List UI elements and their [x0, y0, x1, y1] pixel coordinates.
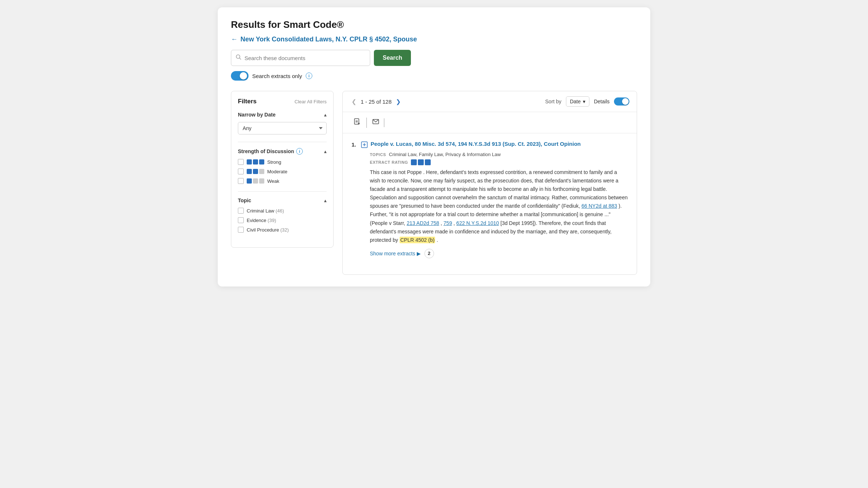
topic-criminal-law: Criminal Law (46) — [238, 208, 327, 214]
show-more-extracts-button[interactable]: Show more extracts ▶ — [370, 251, 421, 256]
strength-chevron-icon: ▴ — [324, 148, 327, 154]
result-link-1[interactable]: 66 NY2d at 883 — [581, 203, 617, 209]
filters-header: Filters Clear All Filters — [238, 98, 327, 105]
result-body-text: This case is not Poppe . Here, defendant… — [361, 168, 628, 244]
filter-divider-2 — [238, 191, 327, 192]
filters-title: Filters — [238, 98, 257, 105]
date-filter-header[interactable]: Narrow by Date ▴ — [238, 112, 327, 118]
topic-evidence: Evidence (39) — [238, 217, 327, 223]
rating-bars — [411, 159, 431, 165]
main-layout: Filters Clear All Filters Narrow by Date… — [231, 91, 637, 275]
strength-info-icon[interactable]: i — [296, 148, 303, 155]
email-button[interactable] — [368, 116, 383, 129]
search-extracts-toggle[interactable] — [231, 71, 249, 81]
back-arrow-icon[interactable]: ← — [231, 36, 238, 43]
extract-rating-label: EXTRACT RATING — [370, 160, 408, 164]
date-select[interactable]: Any Last year Last 5 years Last 10 years — [238, 122, 327, 134]
rating-bar-2 — [418, 159, 424, 165]
filter-section-date: Narrow by Date ▴ Any Last year Last 5 ye… — [238, 112, 327, 134]
bar-1 — [247, 178, 252, 184]
topic-criminal-label: Criminal Law (46) — [247, 208, 284, 214]
action-divider — [366, 118, 367, 128]
bar-1 — [247, 159, 252, 164]
breadcrumb: ← New York Consolidated Laws, N.Y. CPLR … — [231, 36, 637, 43]
filters-panel: Filters Clear All Filters Narrow by Date… — [231, 91, 334, 248]
search-row: Search — [231, 50, 637, 66]
date-chevron-icon: ▴ — [324, 112, 327, 118]
strength-strong-checkbox[interactable] — [238, 159, 244, 165]
strength-strong-item: Strong — [238, 159, 327, 165]
filter-section-topic: Topic ▴ Criminal Law (46) Evidence (39) … — [238, 197, 327, 233]
result-link-3[interactable]: 759 — [444, 220, 452, 226]
bar-3 — [259, 178, 264, 184]
pagination-range: 1 - 25 of 128 — [361, 99, 391, 105]
search-input-wrapper — [231, 50, 370, 66]
result-link-4[interactable]: 622 N.Y.S.2d 1010 — [456, 220, 499, 226]
strength-weak-label: Weak — [267, 178, 279, 184]
cursor-line — [384, 118, 385, 127]
breadcrumb-link[interactable]: New York Consolidated Laws, N.Y. CPLR § … — [240, 36, 417, 43]
strength-moderate-label: Moderate — [267, 169, 287, 174]
filter-divider-1 — [238, 142, 327, 142]
search-icon — [236, 54, 242, 62]
result-row: 1. People v. Lucas, 8 — [352, 141, 628, 258]
topics-label: TOPICS — [370, 152, 386, 157]
result-title-link[interactable]: People v. Lucas, 80 Misc. 3d 574, 194 N.… — [371, 141, 581, 147]
bar-1 — [247, 169, 252, 174]
strength-weak-checkbox[interactable] — [238, 178, 244, 184]
sort-chevron-icon: ▾ — [583, 99, 585, 104]
topic-civil-label: Civil Procedure (32) — [247, 227, 289, 233]
topic-civil-checkbox[interactable] — [238, 227, 244, 233]
topic-criminal-checkbox[interactable] — [238, 208, 244, 214]
next-page-button[interactable]: ❯ — [394, 97, 402, 106]
prev-page-button[interactable]: ❮ — [350, 97, 358, 106]
pagination-info: ❮ 1 - 25 of 128 ❯ — [350, 97, 402, 106]
page-title: Results for Smart Code® — [231, 19, 637, 30]
topic-filter-header[interactable]: Topic ▴ — [238, 197, 327, 203]
result-content: People v. Lucas, 80 Misc. 3d 574, 194 N.… — [361, 141, 628, 258]
bar-2 — [253, 178, 258, 184]
extract-rating-row: EXTRACT RATING — [361, 159, 628, 165]
date-filter-title: Narrow by Date — [238, 112, 276, 118]
topic-filter-title: Topic — [238, 197, 251, 203]
toggle-row: Search extracts only i — [231, 71, 637, 81]
strength-moderate-item: Moderate — [238, 169, 327, 174]
details-toggle-thumb — [622, 98, 629, 105]
show-more-count: 2 — [424, 249, 434, 258]
search-button[interactable]: Search — [374, 50, 411, 66]
bar-3 — [259, 159, 264, 164]
toggle-info-icon[interactable]: i — [306, 73, 312, 79]
strength-moderate-checkbox[interactable] — [238, 169, 244, 174]
details-toggle[interactable] — [614, 97, 629, 106]
strength-moderate-bars — [247, 169, 264, 174]
strength-weak-item: Weak — [238, 178, 327, 184]
result-topics-row: TOPICS Criminal Law, Family Law, Privacy… — [361, 152, 628, 157]
show-more-arrow-icon: ▶ — [417, 251, 421, 256]
show-more-label: Show more extracts — [370, 251, 415, 256]
filter-section-strength: Strength of Discussion i ▴ Stro — [238, 148, 327, 184]
strength-filter-title: Strength of Discussion i — [238, 148, 303, 155]
toggle-label: Search extracts only — [252, 73, 302, 79]
topic-evidence-checkbox[interactable] — [238, 217, 244, 223]
topic-items: Criminal Law (46) Evidence (39) Civil Pr… — [238, 208, 327, 233]
expand-icon[interactable] — [361, 141, 368, 149]
topics-value: Criminal Law, Family Law, Privacy & Info… — [389, 152, 501, 157]
clear-filters-button[interactable]: Clear All Filters — [295, 99, 327, 104]
download-button[interactable] — [350, 116, 365, 129]
topic-evidence-label: Evidence (39) — [247, 218, 276, 223]
result-item-1: 1. People v. Lucas, 8 — [352, 141, 628, 258]
strength-strong-bars — [247, 159, 264, 164]
search-input[interactable] — [244, 55, 365, 61]
sort-select[interactable]: Date ▾ — [566, 96, 590, 107]
bar-2 — [253, 169, 258, 174]
topic-civil-procedure: Civil Procedure (32) — [238, 227, 327, 233]
bar-2 — [253, 159, 258, 164]
sort-by-label: Sort by — [545, 99, 561, 104]
result-link-2[interactable]: 213 AD2d 758 — [407, 220, 439, 226]
strength-filter-header[interactable]: Strength of Discussion i ▴ — [238, 148, 327, 155]
rating-bar-3 — [425, 159, 431, 165]
strength-strong-label: Strong — [267, 159, 281, 165]
bar-3 — [259, 169, 264, 174]
results-content: 1. People v. Lucas, 8 — [343, 133, 637, 274]
strength-weak-bars — [247, 178, 264, 184]
